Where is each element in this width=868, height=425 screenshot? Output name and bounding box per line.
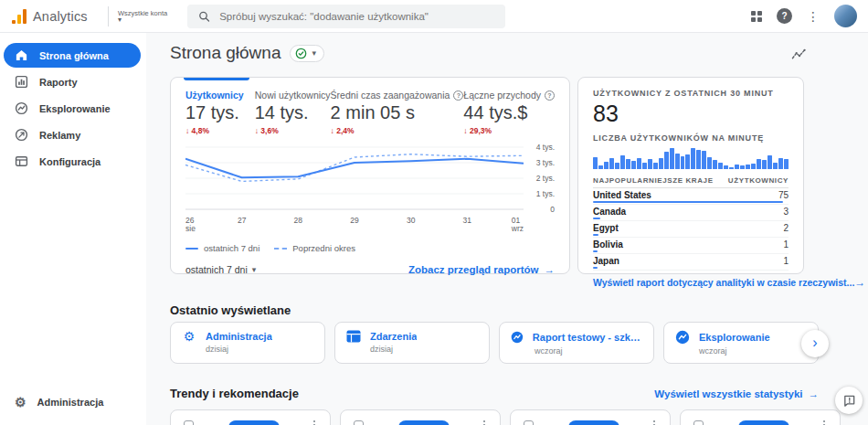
sidebar-item-label: Eksplorowanie xyxy=(39,103,111,114)
recent-card-explore[interactable]: Eksplorowanie wczoraj xyxy=(663,322,819,364)
minute-bar xyxy=(762,160,767,169)
minute-bar xyxy=(631,161,636,169)
minute-bar xyxy=(642,163,647,169)
minute-bar xyxy=(707,157,712,169)
recent-card-events[interactable]: Zdarzenia dzisiaj xyxy=(334,322,490,364)
trend-card-badge xyxy=(398,420,450,425)
minute-bar xyxy=(696,150,701,169)
help-icon[interactable]: ? xyxy=(777,8,792,24)
legend-previous-period: Poprzedni okres xyxy=(274,243,355,253)
recent-card-admin[interactable]: ⚙Administracja dzisiaj xyxy=(170,322,325,364)
search-bar[interactable] xyxy=(187,5,505,28)
sidebar-item-advertising[interactable]: Reklamy xyxy=(4,122,141,147)
country-row: Egypt2 xyxy=(593,221,789,238)
search-input[interactable] xyxy=(219,11,494,22)
country-bar xyxy=(593,218,600,219)
country-bar xyxy=(593,267,598,269)
reports-snapshot-link[interactable]: Zobacz przegląd raportów→ xyxy=(408,264,555,275)
users-per-minute-label: LICZBA UŻYTKOWNIKÓW NA MINUTĘ xyxy=(593,133,789,143)
trends-section-title: Trendy i rekomendacje xyxy=(170,387,299,400)
feedback-button[interactable] xyxy=(835,387,863,414)
chart-legend: ostatnich 7 dni Poprzedni okres xyxy=(185,243,555,253)
metric-users[interactable]: Użytkownicy 17 tys. ↓ 4,8% xyxy=(185,90,255,135)
chevron-right-icon: › xyxy=(812,335,817,351)
chevron-down-icon: ▾ xyxy=(312,48,316,58)
help-icon: ? xyxy=(545,90,555,101)
minute-bar xyxy=(653,163,658,169)
metrics-row: Użytkownicy 17 tys. ↓ 4,8% Nowi użytkown… xyxy=(185,78,555,135)
top-app-bar: Analytics Wszystkie konta ▾ ? ⋮ xyxy=(0,0,868,33)
metric-label: Nowi użytkownicy xyxy=(255,90,331,101)
recent-card-time: wczoraj xyxy=(535,346,642,356)
sidebar-item-configure[interactable]: Konfiguracja xyxy=(4,149,141,174)
topbar-actions: ? ⋮ xyxy=(751,5,868,27)
date-range-selector[interactable]: ostatnich 7 dni▾ xyxy=(185,264,256,275)
minute-bar xyxy=(784,159,789,169)
chevron-down-icon: ▾ xyxy=(252,265,257,274)
metric-delta: ↓ 2,4% xyxy=(331,126,464,135)
realtime-report-link[interactable]: Wyświetl raport dotyczący analityki w cz… xyxy=(593,276,789,289)
main-content: Strona główna ▾ Użytkownicy 17 tys. ↓ 4,… xyxy=(146,33,868,425)
minute-bar xyxy=(637,158,641,169)
trend-card[interactable] xyxy=(170,409,331,425)
metric-value: 44 tys.$ xyxy=(463,102,555,123)
overview-cards-row: Użytkownicy 17 tys. ↓ 4,8% Nowi użytkown… xyxy=(170,77,804,274)
metric-total-revenue[interactable]: Łączne przychody? 44 tys.$ ↓ 29,3% xyxy=(463,90,555,135)
sidebar-item-label: Strona główna xyxy=(39,50,109,61)
recent-scroll-right-button[interactable]: › xyxy=(801,330,829,357)
account-switcher[interactable]: Wszystkie konta ▾ xyxy=(108,6,176,27)
more-options-icon[interactable]: ⋮ xyxy=(807,10,820,23)
metric-new-users[interactable]: Nowi użytkownicy 14 tys. ↓ 3,6% xyxy=(255,90,331,135)
y-axis-tick: 4 tys. xyxy=(536,143,555,152)
metric-value: 2 min 05 s xyxy=(331,102,464,123)
minute-bar xyxy=(648,159,652,169)
line-chart-plot xyxy=(185,143,524,214)
brand-name: Analytics xyxy=(33,9,88,24)
avatar[interactable] xyxy=(834,5,857,27)
minute-bar xyxy=(767,155,772,169)
minute-bar xyxy=(718,163,723,169)
y-axis-tick: 0 xyxy=(550,205,555,214)
country-row: United States75 xyxy=(593,188,789,205)
insights-button[interactable] xyxy=(791,48,807,65)
y-axis-labels: 01 tys.2 tys.3 tys.4 tys. xyxy=(524,143,555,210)
sidebar-item-home[interactable]: Strona główna xyxy=(4,43,141,68)
recent-card-time: dzisiaj xyxy=(370,345,478,354)
table-icon xyxy=(346,330,361,343)
minute-bar xyxy=(735,165,739,169)
recent-card-test-report[interactable]: Raport testowy - szkolenie wczoraj xyxy=(499,322,654,364)
minute-bar xyxy=(702,151,706,169)
minute-bar xyxy=(740,165,745,169)
sidebar-item-label: Konfiguracja xyxy=(39,156,101,167)
minute-bar xyxy=(778,158,783,169)
trend-card-badge xyxy=(738,420,789,425)
metric-value: 14 tys. xyxy=(255,102,331,123)
x-axis-labels: 26 sie272829303101 wrz xyxy=(185,217,524,235)
trend-card[interactable] xyxy=(510,409,671,425)
minute-bar xyxy=(609,158,614,169)
sidebar-item-admin[interactable]: ⚙ Administracja xyxy=(4,390,141,414)
page-title: Strona główna xyxy=(170,43,281,63)
metric-delta: ↓ 29,3% xyxy=(463,126,555,135)
minute-bar xyxy=(664,152,669,169)
solid-line-swatch xyxy=(185,248,198,250)
check-circle-icon xyxy=(295,48,307,59)
page-header: Strona główna ▾ xyxy=(170,43,324,63)
search-icon xyxy=(198,10,210,23)
org-switcher-grid-icon[interactable] xyxy=(751,11,762,22)
trends-header-row: Trendy i rekomendacje Wyświetl wszystkie… xyxy=(170,387,819,400)
sidebar-item-explore[interactable]: Eksplorowanie xyxy=(4,96,141,121)
x-axis-tick: 29 xyxy=(350,217,358,225)
page-status-badge[interactable]: ▾ xyxy=(290,45,324,62)
x-axis-tick: 27 xyxy=(238,217,246,225)
metric-delta: ↓ 4,8% xyxy=(185,126,255,135)
sidebar-item-reports[interactable]: Raporty xyxy=(4,69,141,94)
trend-card[interactable] xyxy=(680,409,841,425)
metric-engagement-time[interactable]: Średni czas zaangażowania? 2 min 05 s ↓ … xyxy=(331,90,464,135)
trend-card[interactable] xyxy=(340,409,501,425)
dashed-line-swatch xyxy=(274,248,287,250)
advertising-icon xyxy=(15,128,28,142)
all-insights-link[interactable]: Wyświetl wszystkie statystyki→ xyxy=(654,388,819,399)
trend-card-icon xyxy=(354,420,364,425)
analytics-logo[interactable]: Analytics xyxy=(0,9,108,24)
